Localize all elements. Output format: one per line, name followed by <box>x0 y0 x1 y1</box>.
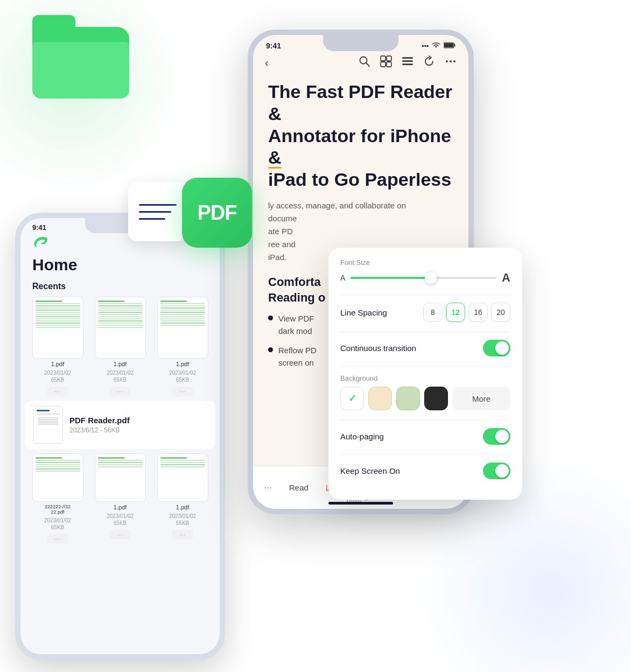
continuous-transition-section: Continuous transition <box>340 340 510 356</box>
auto-paging-label: Auto-paging <box>340 432 384 441</box>
pdf-list-thumb <box>33 406 63 444</box>
phone-left: 9:41 ▪▪▪ WiFi 🔋 Home Recents <box>15 213 225 660</box>
bg-swatch-white[interactable] <box>340 387 364 410</box>
toolbar-icons <box>359 55 457 70</box>
bullet-dot-1 <box>268 316 273 320</box>
pdf-meta-3: 2023/01/0265KB <box>169 369 196 383</box>
pdf-name-5: 1.pdf <box>114 504 127 510</box>
pdf-item-3[interactable]: 1.pdf 2023/01/0265KB ··· <box>154 297 211 396</box>
svg-rect-11 <box>402 64 413 65</box>
pdf-badge: PDF <box>182 178 252 248</box>
phone-left-inner: 9:41 ▪▪▪ WiFi 🔋 Home Recents <box>20 218 220 654</box>
pdf-item-4[interactable]: 222222-//3222.pdf 2023/01/0265KB ··· <box>29 453 86 544</box>
list-icon[interactable] <box>402 55 413 70</box>
pdf-item-1[interactable]: 1.pdf 2023/01/0265KB ··· <box>29 297 86 396</box>
pdf-meta-4: 2023/01/0265KB <box>44 517 71 531</box>
pdf-item-6[interactable]: 1.pdf 2023/01/0265KB ··· <box>154 453 211 544</box>
pdf-more-5[interactable]: ··· <box>109 530 131 540</box>
document-icon <box>128 182 187 241</box>
line-spacing-row: Line Spacing 8 12 16 20 <box>340 303 510 322</box>
phone-notch-right <box>323 35 398 51</box>
spacing-12[interactable]: 12 <box>446 303 465 322</box>
font-size-section: Font Size A A <box>340 258 510 285</box>
status-icons-right: ▪▪▪ <box>422 42 455 50</box>
background-row: More <box>340 387 510 410</box>
pdf-more-6[interactable]: ··· <box>172 530 193 540</box>
continuous-transition-label: Continuous transition <box>340 344 416 353</box>
svg-rect-1 <box>444 43 453 47</box>
home-title: Home <box>32 256 208 274</box>
pdf-name-4: 222222-//3222.pdf <box>45 504 71 515</box>
pdf-grid-row1: 1.pdf 2023/01/0265KB ··· <box>20 297 220 396</box>
grid-icon[interactable] <box>380 55 392 70</box>
settings-panel: Font Size A A Line Spacing 8 12 16 20 Co… <box>328 248 522 500</box>
spacing-8[interactable]: 8 <box>423 303 443 322</box>
continuous-transition-toggle[interactable] <box>483 340 510 356</box>
slider-thumb <box>425 272 437 284</box>
auto-paging-row: Auto-paging <box>340 428 510 445</box>
toggle-thumb-2 <box>495 430 509 443</box>
pdf-list-meta: 2023/6/12 - 56KB <box>69 426 207 434</box>
svg-rect-9 <box>402 57 413 59</box>
pdf-more-1[interactable]: ··· <box>47 387 68 396</box>
bullet-dot-2 <box>268 347 273 352</box>
pdf-thumb-5 <box>95 453 146 502</box>
pdf-item-2[interactable]: 1.pdf 2023/01/0265KB ··· <box>92 297 149 396</box>
doc-line-3 <box>139 218 165 220</box>
font-size-label: Font Size <box>340 258 510 267</box>
pdf-more-3[interactable]: ··· <box>172 387 193 396</box>
background-section: Background More <box>340 374 510 410</box>
home-indicator-right <box>328 502 393 505</box>
svg-rect-6 <box>387 56 391 61</box>
pdf-name-6: 1.pdf <box>176 504 189 510</box>
pdf-more-2[interactable]: ··· <box>109 387 131 396</box>
more-dots-2: ··· <box>117 389 123 395</box>
pdf-list-item[interactable]: PDF Reader.pdf 2023/6/12 - 56KB <box>25 401 215 449</box>
spacing-20[interactable]: 20 <box>491 303 510 322</box>
doc-line-1 <box>139 204 177 206</box>
pdf-name-3: 1.pdf <box>176 361 189 367</box>
line-spacing-options: 8 12 16 20 <box>423 303 510 322</box>
background-label: Background <box>340 374 510 382</box>
bg-swatch-cream[interactable] <box>368 387 392 410</box>
more-icon[interactable] <box>445 55 457 70</box>
spacing-16[interactable]: 16 <box>468 303 488 322</box>
search-icon[interactable] <box>359 55 370 70</box>
bullet-text-1: View PDFdark mod <box>278 313 314 337</box>
bullet-text-2: Reflow PDscreen on <box>278 345 317 369</box>
read-button[interactable]: Read <box>281 479 317 496</box>
font-size-controls: A A <box>340 271 510 285</box>
pdf-grid-row2: 222222-//3222.pdf 2023/01/0265KB ··· <box>20 453 220 544</box>
pdf-meta-2: 2023/01/0265KB <box>107 369 134 383</box>
pdf-item-5[interactable]: 1.pdf 2023/01/0265KB ··· <box>92 453 149 544</box>
svg-point-13 <box>450 60 452 62</box>
auto-paging-section: Auto-paging <box>340 428 510 445</box>
signal-icon-right: ▪▪▪ <box>422 42 429 50</box>
pdf-more-4[interactable]: ··· <box>47 534 68 544</box>
pdf-name-2: 1.pdf <box>114 361 127 367</box>
keep-screen-label: Keep Screen On <box>340 466 400 475</box>
svg-rect-8 <box>387 62 391 67</box>
folder-icon <box>32 15 129 99</box>
back-button[interactable]: ‹ <box>265 57 269 69</box>
divider-3 <box>340 366 510 367</box>
font-size-slider[interactable] <box>350 277 496 279</box>
keep-screen-toggle[interactable] <box>483 463 510 479</box>
slider-fill <box>350 277 431 279</box>
svg-point-14 <box>453 60 455 62</box>
divider-2 <box>340 332 510 332</box>
reader-title-line2: Annotator for iPhone & <box>268 125 451 168</box>
bg-more-button[interactable]: More <box>452 387 510 410</box>
pdf-thumb-1 <box>32 297 83 359</box>
more-dots-3: ··· <box>179 389 185 395</box>
bg-swatch-dark[interactable] <box>424 387 448 410</box>
more-dots-1: ··· <box>54 389 60 395</box>
refresh-icon[interactable] <box>423 55 435 70</box>
battery-icon-right <box>444 42 455 50</box>
toggle-thumb-3 <box>495 464 509 478</box>
auto-paging-toggle[interactable] <box>483 428 510 445</box>
svg-rect-10 <box>402 60 413 62</box>
reader-title: The Fast PDF Reader & Annotator for iPho… <box>268 81 453 191</box>
bg-swatch-green[interactable] <box>396 387 420 410</box>
bottom-dots-icon[interactable]: ··· <box>264 482 272 493</box>
